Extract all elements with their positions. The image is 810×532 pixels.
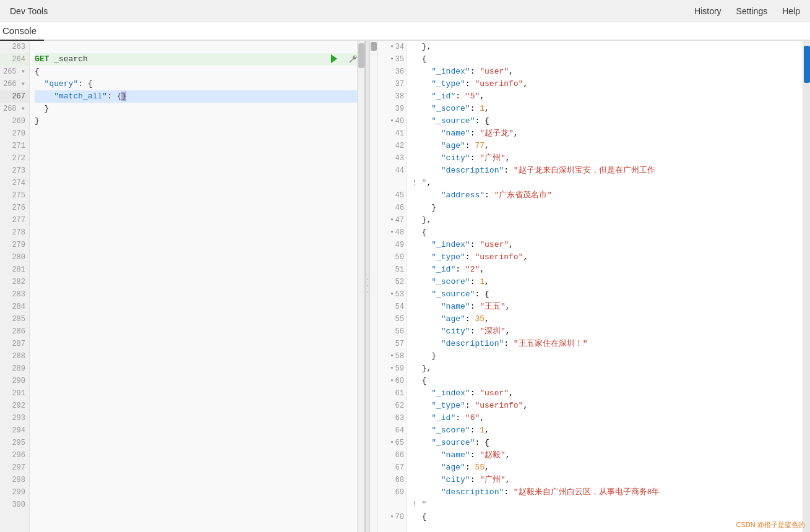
nav-settings[interactable]: Settings xyxy=(736,6,768,16)
panel-divider[interactable]: ··· xyxy=(365,41,370,532)
output-lnum-50: 50 xyxy=(377,251,407,264)
output-code-55: "age": 35, xyxy=(412,313,803,325)
output-code-40: "_source": { xyxy=(412,115,803,127)
line-num-273: 273 xyxy=(0,165,29,177)
output-lnum-41: 41 xyxy=(377,127,407,140)
line-num-276: 276 xyxy=(0,202,29,214)
output-code-60: { xyxy=(412,375,803,387)
line-num-300: 300 xyxy=(0,499,29,511)
output-lnum-58: ▾58 xyxy=(377,350,407,363)
code-line-267: "match_all": {} xyxy=(35,90,364,103)
output-code-35: { xyxy=(412,53,803,66)
line-num-287: 287 xyxy=(0,338,29,350)
line-num-271: 271 xyxy=(0,140,29,152)
output-code-54: "name": "王五", xyxy=(412,301,803,313)
code-line-271 xyxy=(35,140,364,152)
app-title: Dev Tools xyxy=(10,6,48,16)
watermark: CSDN @橙子是蓝色的 xyxy=(736,520,805,530)
output-lnum-65: ▾65 xyxy=(377,437,407,449)
output-code-63: "_id": "6", xyxy=(412,412,803,424)
output-left-scroll[interactable] xyxy=(370,41,377,532)
output-code-44: "description": "赵子龙来自深圳宝安，但是在广州工作 xyxy=(412,165,803,177)
output-code-34: }, xyxy=(412,41,803,53)
output-code-area[interactable]: }, { "_index": "user", "_type": "userinf… xyxy=(407,41,803,532)
output-lnum-47: ▾47 xyxy=(377,214,407,226)
line-num-278: 278 xyxy=(0,226,29,239)
output-lnum-53: ▾53 xyxy=(377,288,407,301)
line-num-283: 283 xyxy=(0,288,29,301)
output-code-39: "_score": 1, xyxy=(412,103,803,115)
output-code-65: "_source": { xyxy=(412,437,803,449)
output-code-53: "_source": { xyxy=(412,288,803,301)
output-lnum-55: 55 xyxy=(377,313,407,325)
line-num-279: 279 xyxy=(0,239,29,251)
output-left-scroll-thumb[interactable] xyxy=(371,42,377,51)
output-lnum-48: ▾48 xyxy=(377,226,407,239)
line-num-295: 295 xyxy=(0,437,29,449)
settings-wrench-button[interactable] xyxy=(346,52,360,66)
output-code-67: "age": 55, xyxy=(412,461,803,474)
output-lnum-66: 66 xyxy=(377,449,407,461)
output-lnum-64: 64 xyxy=(377,424,407,437)
output-code-69: "description": "赵毅来自广州白云区，从事电子商务8年 xyxy=(412,486,803,499)
code-line-285 xyxy=(35,313,364,325)
topbar: Dev Tools History Settings Help xyxy=(0,0,810,22)
line-num-299: 299 xyxy=(0,486,29,499)
output-lnum-49: 49 xyxy=(377,239,407,251)
output-code-49: "_index": "user", xyxy=(412,239,803,251)
output-lnum-35: ▾35 xyxy=(377,53,407,66)
code-line-294 xyxy=(35,424,364,437)
right-scroll-thumb[interactable] xyxy=(804,46,810,83)
code-line-265: { xyxy=(35,66,364,78)
output-lnum-57: 57 xyxy=(377,338,407,350)
output-lnum-45: 45 xyxy=(377,189,407,202)
tab-console[interactable]: Console xyxy=(0,23,44,41)
line-num-290: 290 xyxy=(0,375,29,387)
code-line-278 xyxy=(35,226,364,239)
run-button[interactable] xyxy=(327,52,341,66)
line-num-292: 292 xyxy=(0,400,29,412)
code-line-272 xyxy=(35,152,364,165)
code-line-280 xyxy=(35,251,364,264)
code-content[interactable]: GET _search { "query": { "match_all": {}… xyxy=(30,41,364,532)
line-num-281: 281 xyxy=(0,264,29,276)
output-code-47: }, xyxy=(412,214,803,226)
output-lnum-67: 67 xyxy=(377,461,407,474)
line-num-296: 296 xyxy=(0,449,29,461)
code-line-270 xyxy=(35,127,364,140)
output-lnum-51: 51 xyxy=(377,264,407,276)
output-code-51: "_id": "2", xyxy=(412,264,803,276)
code-line-290 xyxy=(35,375,364,387)
line-num-291: 291 xyxy=(0,387,29,400)
code-line-291 xyxy=(35,387,364,400)
nav-history[interactable]: History xyxy=(694,6,722,16)
code-line-279 xyxy=(35,239,364,251)
line-num-294: 294 xyxy=(0,424,29,437)
editor-scrollbar[interactable] xyxy=(357,41,364,532)
nav-help[interactable]: Help xyxy=(782,6,800,16)
output-lnum-62: 62 xyxy=(377,400,407,412)
output-code-36: "_index": "user", xyxy=(412,66,803,78)
line-num-264: 264 xyxy=(0,53,29,66)
line-num-289: 289 xyxy=(0,363,29,375)
output-code-37: "_type": "userinfo", xyxy=(412,78,803,90)
line-num-266: 266 ▾ xyxy=(0,78,29,90)
code-line-275 xyxy=(35,189,364,202)
right-scrollbar[interactable] xyxy=(803,41,810,532)
line-num-288: 288 xyxy=(0,350,29,363)
code-line-266: "query": { xyxy=(35,78,364,90)
code-line-293 xyxy=(35,412,364,424)
output-code-61: "_index": "user", xyxy=(412,387,803,400)
output-lnum-69b xyxy=(377,499,407,511)
line-num-286: 286 xyxy=(0,325,29,338)
output-lnum-68: 68 xyxy=(377,474,407,486)
code-line-268: } xyxy=(35,103,364,115)
code-line-282 xyxy=(35,276,364,288)
code-line-264: GET _search xyxy=(35,53,364,66)
code-line-276 xyxy=(35,202,364,214)
console-tab: Console xyxy=(0,22,810,41)
line-num-274: 274 xyxy=(0,177,29,189)
output-lnum-43: 43 xyxy=(377,152,407,165)
line-num-293: 293 xyxy=(0,412,29,424)
code-line-287 xyxy=(35,338,364,350)
